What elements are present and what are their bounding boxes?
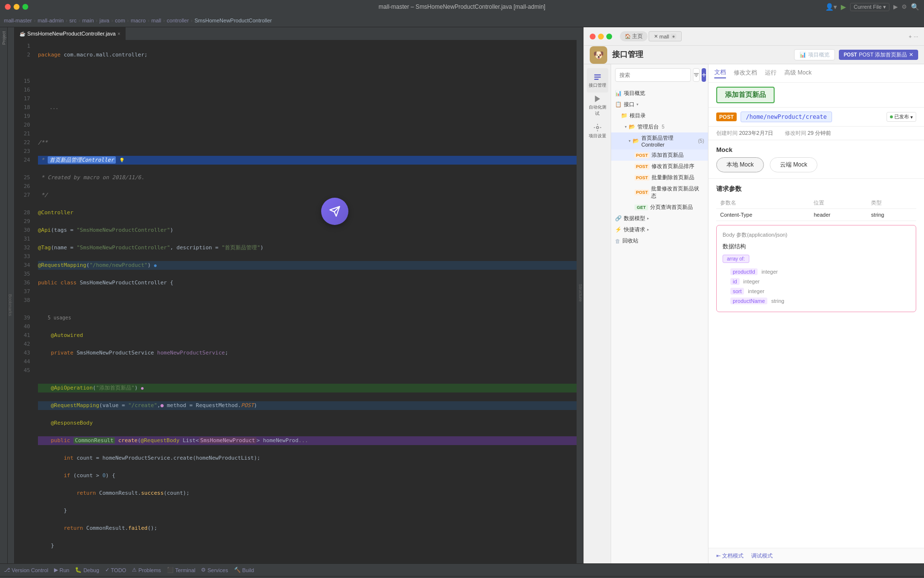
search-icon[interactable]: 🔍	[911, 3, 919, 11]
tab-run[interactable]: 运行	[765, 69, 777, 78]
local-mock-btn[interactable]: 本地 Mock	[716, 157, 764, 172]
col-param-name: 参数名	[716, 197, 810, 209]
tree-item-root[interactable]: 📁 根目录	[611, 110, 708, 121]
file-tab-close[interactable]: ×	[118, 31, 121, 37]
run-icon[interactable]: ▶	[841, 3, 846, 11]
svg-rect-2	[594, 78, 598, 79]
bottom-build[interactable]: 🔨 Build	[234, 567, 254, 573]
svg-point-3	[596, 126, 598, 129]
tree-item-api-root[interactable]: 📋 接口 ▾	[611, 99, 708, 110]
breadcrumb-main[interactable]: main	[82, 18, 94, 23]
tab-doc[interactable]: 文档	[714, 68, 726, 78]
api-maximize-btn[interactable]	[606, 34, 612, 39]
api-search-input[interactable]	[615, 68, 691, 82]
tree-item-delete[interactable]: POST 批量删除首页新品	[611, 172, 708, 183]
breadcrumb-src[interactable]: src	[70, 18, 77, 23]
api-nav-right: 📊 项目概览 POST POST 添加首页新品 ✕	[794, 49, 918, 60]
bottom-todo[interactable]: ✓ TODO	[105, 567, 127, 573]
tree-item-page[interactable]: GET 分页查询首页新品	[611, 202, 708, 213]
cloud-mock-btn[interactable]: 云端 Mock	[770, 157, 817, 172]
bottom-debug[interactable]: 🐛 Debug	[75, 567, 99, 573]
tab-edit-doc[interactable]: 修改文档	[734, 69, 757, 78]
services-icon: ⚙	[201, 567, 206, 573]
body-fields: productId integer id integer sort intege…	[723, 267, 910, 306]
api-traffic-lights[interactable]	[590, 34, 612, 39]
tree-item-recycle[interactable]: 🗑 回收站	[611, 235, 708, 246]
bottom-run[interactable]: ▶ Run	[54, 567, 69, 573]
bottom-toolbar: ⎇ Version Control ▶ Run 🐛 Debug ✓ TODO ⚠…	[0, 563, 924, 576]
tree-item-quick-request[interactable]: ⚡ 快捷请求 ▸	[611, 224, 708, 235]
add-tab-icon[interactable]: +	[908, 34, 911, 39]
field-name-id: id	[730, 278, 740, 285]
debug-mode-btn[interactable]: 调试模式	[751, 552, 773, 559]
api-sidebar-left: 接口管理 自动化测试 项目设置	[584, 64, 611, 563]
sidebar-icon-api[interactable]: 接口管理	[587, 68, 608, 93]
auto-test-icon	[593, 94, 602, 103]
code-editor[interactable]: 1 2 . . 15 16 17 18 19 20 21 22 23 24 . …	[15, 40, 577, 563]
tree-item-add[interactable]: POST 添加首页新品	[611, 149, 708, 161]
sidebar-icon-settings[interactable]: 项目设置	[587, 119, 608, 143]
breadcrumb-mall[interactable]: mall	[151, 18, 161, 23]
breadcrumb-module[interactable]: mall-admin	[37, 18, 64, 23]
tree-item-data-model[interactable]: 🔗 数据模型 ▸	[611, 213, 708, 224]
debug-icon: 🐛	[75, 567, 82, 573]
controller-arrow: ▾	[629, 139, 631, 143]
add-api-tab-btn[interactable]: POST POST 添加首页新品 ✕	[839, 50, 918, 60]
api-status-row: 已发布 ▾	[887, 112, 916, 122]
body-params-box: Body 参数(application/json) 数据结构 array of:…	[716, 225, 916, 312]
tab-advanced-mock[interactable]: 高级 Mock	[784, 69, 812, 78]
bottom-version-control[interactable]: ⎇ Version Control	[4, 567, 48, 573]
close-tab-icon[interactable]: ✕	[909, 52, 913, 58]
breadcrumb-controller[interactable]: controller	[167, 18, 189, 23]
status-arrow[interactable]: ▾	[910, 114, 913, 120]
breadcrumb-file[interactable]: SmsHomeNewProductController	[195, 18, 272, 23]
recycle-icon: 🗑	[615, 238, 620, 244]
float-action-button[interactable]	[321, 198, 348, 225]
project-settings-icon	[593, 123, 602, 132]
more-options-icon[interactable]: ···	[914, 34, 918, 39]
filter-icon	[693, 72, 699, 78]
body-params-struct-title: 数据结构	[723, 242, 910, 251]
breadcrumb-com[interactable]: com	[115, 18, 125, 23]
bottom-problems[interactable]: ⚠ Problems	[132, 567, 161, 573]
settings-icon[interactable]: ⚙	[902, 3, 907, 10]
build-icon: 🔨	[234, 567, 241, 573]
data-model-icon: 🔗	[615, 215, 622, 222]
api-close-btn[interactable]	[590, 34, 596, 39]
project-overview-btn[interactable]: 📊 项目概览	[794, 49, 835, 60]
sidebar-icon-test[interactable]: 自动化测试	[587, 93, 608, 118]
bottom-services[interactable]: ⚙ Services	[201, 567, 228, 573]
param-name-cell: Content-Type	[716, 209, 810, 221]
auto-test-label: 自动化测试	[587, 104, 608, 117]
project-icon[interactable]: Project	[1, 31, 6, 45]
params-section: 请求参数 参数名 位置 类型 Content-Type	[708, 179, 924, 548]
api-method-badge: POST	[716, 112, 737, 121]
field-type-productName: string	[771, 298, 784, 304]
format-mode-btn[interactable]: ⇤ 文档模式	[716, 552, 743, 559]
tree-item-sort[interactable]: POST 修改首页新品排序	[611, 161, 708, 172]
user-icon[interactable]: 👤▾	[825, 3, 837, 11]
api-root-icon: 📋	[615, 101, 622, 108]
code-content[interactable]: package com.macro.mall.controller; ... /…	[34, 40, 577, 563]
bottom-terminal[interactable]: ⬛ Terminal	[167, 567, 196, 573]
tree-item-management[interactable]: ▾ 📂 管理后台 5	[611, 121, 708, 132]
breadcrumb-macro[interactable]: macro	[131, 18, 146, 23]
file-tab-controller[interactable]: ☕ SmsHomeNewProductController.java ×	[15, 27, 126, 40]
tree-item-status[interactable]: POST 批量修改首页新品状态	[611, 183, 708, 202]
breadcrumb-project[interactable]: mall-master	[4, 18, 32, 23]
breadcrumb-java[interactable]: java	[99, 18, 109, 23]
minimize-window-button[interactable]	[14, 4, 19, 10]
current-file-label[interactable]: Current File ▾	[850, 3, 889, 11]
method-post-tag: POST	[634, 152, 650, 158]
api-tab-mall[interactable]: ✕ mall ●	[649, 31, 682, 41]
api-tab-home[interactable]: 🏠 主页	[620, 31, 648, 41]
api-minimize-btn[interactable]	[598, 34, 604, 39]
tree-item-controller[interactable]: ▾ 📂 首页新品管理Controller (5)	[611, 132, 708, 149]
tree-item-overview[interactable]: 📊 项目概览	[611, 88, 708, 99]
window-traffic-lights[interactable]	[5, 4, 28, 10]
maximize-window-button[interactable]	[22, 4, 28, 10]
close-window-button[interactable]	[5, 4, 11, 10]
api-filter-btn[interactable]	[693, 68, 700, 82]
play-icon[interactable]: ▶	[893, 3, 898, 10]
api-add-btn[interactable]: +	[702, 68, 706, 82]
